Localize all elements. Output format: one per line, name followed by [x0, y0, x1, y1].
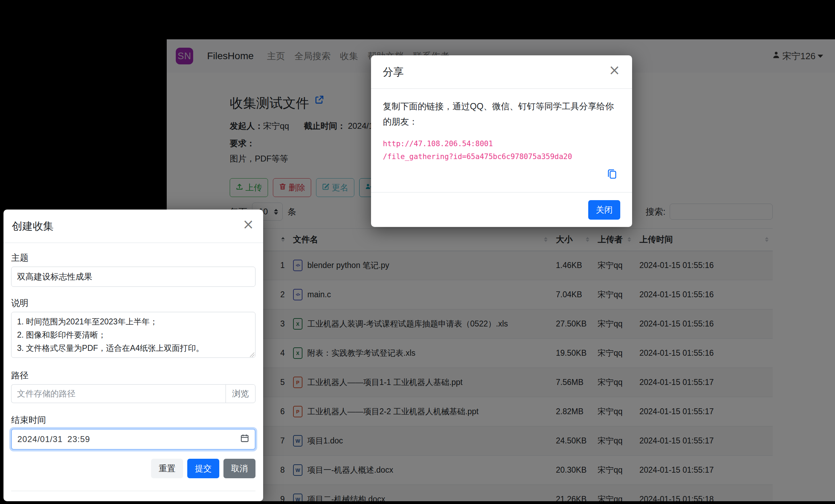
- endtime-label: 结束时间: [11, 414, 255, 426]
- submit-button[interactable]: 提交: [187, 459, 219, 478]
- share-link[interactable]: http://47.108.206.54:8001 /file_gatherin…: [383, 137, 620, 163]
- description-label: 说明: [11, 297, 255, 309]
- subject-label: 主题: [11, 252, 255, 263]
- screen: SN FilesHome 主页 全局搜索 收集 帮助文档 联系作者 宋宁126 …: [0, 0, 835, 504]
- subject-input[interactable]: 双高建设标志性成果: [11, 267, 255, 287]
- cancel-button[interactable]: 取消: [223, 459, 255, 478]
- create-collection-modal: 创建收集 × 主题 双高建设标志性成果 说明 1. 时间范围为2021年至202…: [3, 210, 263, 501]
- browse-button[interactable]: 浏览: [226, 384, 255, 403]
- calendar-icon: [240, 434, 249, 445]
- modal-footer-divider: [11, 491, 255, 501]
- reset-button[interactable]: 重置: [151, 459, 183, 478]
- close-icon[interactable]: ×: [242, 219, 254, 229]
- share-modal: 分享 × 复制下面的链接，通过QQ、微信、钉钉等同学工具分享给你的朋友： htt…: [371, 55, 632, 227]
- share-instructions: 复制下面的链接，通过QQ、微信、钉钉等同学工具分享给你的朋友：: [383, 99, 620, 129]
- create-modal-title: 创建收集: [12, 219, 54, 234]
- close-icon[interactable]: ×: [608, 65, 620, 75]
- copy-icon[interactable]: [606, 168, 617, 181]
- path-label: 路径: [11, 370, 255, 381]
- path-input[interactable]: [11, 384, 226, 403]
- endtime-value: 2024/01/31 23:59: [17, 434, 90, 444]
- share-modal-title: 分享: [383, 65, 404, 79]
- endtime-input[interactable]: 2024/01/31 23:59: [11, 429, 255, 450]
- description-textarea[interactable]: 1. 时间范围为2021年至2023年上半年； 2. 图像和影印件要清晰； 3.…: [11, 312, 255, 358]
- share-close-button[interactable]: 关闭: [588, 200, 620, 220]
